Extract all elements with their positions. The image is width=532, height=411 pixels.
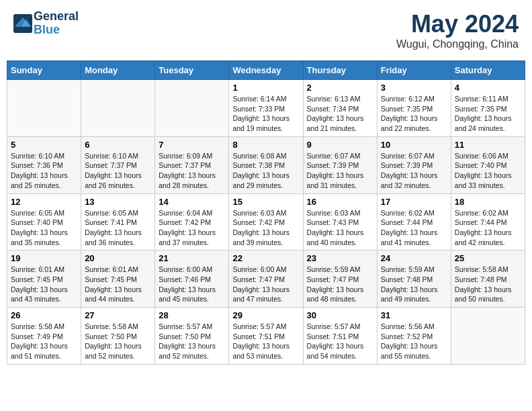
day-info: Sunrise: 5:56 AM Sunset: 7:52 PM Dayligh… (381, 322, 447, 361)
logo: General Blue (13, 10, 79, 37)
day-info: Sunrise: 5:59 AM Sunset: 7:47 PM Dayligh… (307, 265, 373, 304)
calendar-week-row: 5Sunrise: 6:10 AM Sunset: 7:36 PM Daylig… (7, 136, 525, 193)
day-info: Sunrise: 5:58 AM Sunset: 7:49 PM Dayligh… (11, 322, 77, 361)
day-info: Sunrise: 6:10 AM Sunset: 7:37 PM Dayligh… (85, 151, 151, 191)
calendar-cell: 21Sunrise: 6:00 AM Sunset: 7:46 PM Dayli… (155, 250, 229, 308)
calendar-cell: 31Sunrise: 5:56 AM Sunset: 7:52 PM Dayli… (377, 308, 451, 365)
day-number: 31 (381, 310, 447, 320)
calendar-cell: 18Sunrise: 6:02 AM Sunset: 7:44 PM Dayli… (451, 193, 525, 250)
day-number: 16 (307, 197, 373, 207)
calendar-header-sunday: Sunday (7, 61, 81, 80)
location-title: Wugui, Chongqing, China (396, 38, 519, 50)
day-number: 8 (232, 140, 299, 150)
day-number: 18 (455, 197, 521, 207)
calendar-cell: 2Sunrise: 6:13 AM Sunset: 7:34 PM Daylig… (303, 80, 377, 137)
day-info: Sunrise: 5:59 AM Sunset: 7:48 PM Dayligh… (381, 265, 447, 304)
calendar-cell: 8Sunrise: 6:08 AM Sunset: 7:38 PM Daylig… (229, 136, 303, 193)
day-info: Sunrise: 6:00 AM Sunset: 7:47 PM Dayligh… (232, 265, 299, 304)
calendar-cell: 1Sunrise: 6:14 AM Sunset: 7:33 PM Daylig… (229, 80, 303, 137)
calendar-cell: 16Sunrise: 6:03 AM Sunset: 7:43 PM Dayli… (303, 193, 377, 250)
calendar-cell: 19Sunrise: 6:01 AM Sunset: 7:45 PM Dayli… (7, 250, 81, 308)
day-info: Sunrise: 6:05 AM Sunset: 7:41 PM Dayligh… (85, 208, 151, 248)
calendar-cell: 27Sunrise: 5:58 AM Sunset: 7:50 PM Dayli… (81, 308, 155, 365)
calendar-cell: 6Sunrise: 6:10 AM Sunset: 7:37 PM Daylig… (81, 136, 155, 193)
calendar-cell: 20Sunrise: 6:01 AM Sunset: 7:45 PM Dayli… (81, 250, 155, 308)
day-number: 25 (455, 253, 521, 263)
day-info: Sunrise: 5:58 AM Sunset: 7:50 PM Dayligh… (85, 322, 151, 361)
day-number: 10 (381, 140, 447, 150)
day-info: Sunrise: 6:03 AM Sunset: 7:43 PM Dayligh… (307, 208, 373, 248)
day-info: Sunrise: 5:57 AM Sunset: 7:51 PM Dayligh… (232, 322, 299, 361)
calendar-header-wednesday: Wednesday (229, 61, 303, 80)
day-number: 6 (85, 140, 151, 150)
day-number: 15 (232, 197, 299, 207)
day-number: 22 (232, 253, 299, 263)
day-number: 26 (11, 310, 77, 320)
day-info: Sunrise: 5:58 AM Sunset: 7:48 PM Dayligh… (455, 265, 521, 304)
day-number: 5 (11, 140, 77, 150)
calendar-header-row: SundayMondayTuesdayWednesdayThursdayFrid… (7, 61, 525, 80)
day-info: Sunrise: 5:57 AM Sunset: 7:50 PM Dayligh… (159, 322, 225, 361)
month-title: May 2024 (396, 10, 519, 38)
day-info: Sunrise: 6:02 AM Sunset: 7:44 PM Dayligh… (381, 208, 447, 248)
calendar-cell: 10Sunrise: 6:07 AM Sunset: 7:39 PM Dayli… (377, 136, 451, 193)
calendar-cell (451, 308, 525, 365)
calendar-cell: 24Sunrise: 5:59 AM Sunset: 7:48 PM Dayli… (377, 250, 451, 308)
day-info: Sunrise: 6:14 AM Sunset: 7:33 PM Dayligh… (232, 94, 299, 134)
day-info: Sunrise: 5:57 AM Sunset: 7:51 PM Dayligh… (307, 322, 373, 361)
calendar-week-row: 1Sunrise: 6:14 AM Sunset: 7:33 PM Daylig… (7, 80, 525, 137)
day-number: 28 (159, 310, 225, 320)
day-info: Sunrise: 6:08 AM Sunset: 7:38 PM Dayligh… (232, 151, 299, 191)
calendar-week-row: 12Sunrise: 6:05 AM Sunset: 7:40 PM Dayli… (7, 193, 525, 250)
day-number: 3 (381, 83, 447, 93)
day-info: Sunrise: 6:12 AM Sunset: 7:35 PM Dayligh… (381, 94, 447, 134)
day-info: Sunrise: 6:03 AM Sunset: 7:42 PM Dayligh… (232, 208, 299, 248)
calendar-week-row: 26Sunrise: 5:58 AM Sunset: 7:49 PM Dayli… (7, 308, 525, 365)
calendar-cell: 11Sunrise: 6:06 AM Sunset: 7:40 PM Dayli… (451, 136, 525, 193)
day-info: Sunrise: 6:07 AM Sunset: 7:39 PM Dayligh… (381, 151, 447, 191)
calendar-cell: 14Sunrise: 6:04 AM Sunset: 7:42 PM Dayli… (155, 193, 229, 250)
day-number: 17 (381, 197, 447, 207)
logo-icon (13, 14, 32, 33)
calendar-cell: 9Sunrise: 6:07 AM Sunset: 7:39 PM Daylig… (303, 136, 377, 193)
calendar-cell: 26Sunrise: 5:58 AM Sunset: 7:49 PM Dayli… (7, 308, 81, 365)
day-number: 27 (85, 310, 151, 320)
day-number: 20 (85, 253, 151, 263)
calendar-cell (7, 80, 81, 137)
day-number: 19 (11, 253, 77, 263)
calendar-cell: 25Sunrise: 5:58 AM Sunset: 7:48 PM Dayli… (451, 250, 525, 308)
day-number: 9 (307, 140, 373, 150)
calendar-cell (81, 80, 155, 137)
calendar-cell: 13Sunrise: 6:05 AM Sunset: 7:41 PM Dayli… (81, 193, 155, 250)
day-number: 13 (85, 197, 151, 207)
calendar-header-friday: Friday (377, 61, 451, 80)
calendar-cell: 28Sunrise: 5:57 AM Sunset: 7:50 PM Dayli… (155, 308, 229, 365)
logo-line1: General (34, 10, 79, 24)
calendar-header-tuesday: Tuesday (155, 61, 229, 80)
day-number: 21 (159, 253, 225, 263)
day-info: Sunrise: 6:00 AM Sunset: 7:46 PM Dayligh… (159, 265, 225, 304)
logo-text: General Blue (34, 10, 79, 37)
calendar-cell: 3Sunrise: 6:12 AM Sunset: 7:35 PM Daylig… (377, 80, 451, 137)
day-number: 2 (307, 83, 373, 93)
day-number: 7 (159, 140, 225, 150)
day-number: 14 (159, 197, 225, 207)
day-number: 11 (455, 140, 521, 150)
day-number: 24 (381, 253, 447, 263)
calendar: SundayMondayTuesdayWednesdayThursdayFrid… (7, 60, 525, 365)
header: General Blue May 2024 Wugui, Chongqing, … (7, 7, 525, 54)
calendar-cell: 12Sunrise: 6:05 AM Sunset: 7:40 PM Dayli… (7, 193, 81, 250)
day-number: 29 (232, 310, 299, 320)
calendar-cell: 15Sunrise: 6:03 AM Sunset: 7:42 PM Dayli… (229, 193, 303, 250)
day-info: Sunrise: 6:10 AM Sunset: 7:36 PM Dayligh… (11, 151, 77, 191)
day-info: Sunrise: 6:05 AM Sunset: 7:40 PM Dayligh… (11, 208, 77, 248)
day-number: 4 (455, 83, 521, 93)
day-number: 12 (11, 197, 77, 207)
calendar-cell: 4Sunrise: 6:11 AM Sunset: 7:35 PM Daylig… (451, 80, 525, 137)
day-number: 23 (307, 253, 373, 263)
logo-line2: Blue (34, 24, 79, 37)
day-info: Sunrise: 6:06 AM Sunset: 7:40 PM Dayligh… (455, 151, 521, 191)
calendar-cell: 23Sunrise: 5:59 AM Sunset: 7:47 PM Dayli… (303, 250, 377, 308)
day-info: Sunrise: 6:07 AM Sunset: 7:39 PM Dayligh… (307, 151, 373, 191)
calendar-week-row: 19Sunrise: 6:01 AM Sunset: 7:45 PM Dayli… (7, 250, 525, 308)
